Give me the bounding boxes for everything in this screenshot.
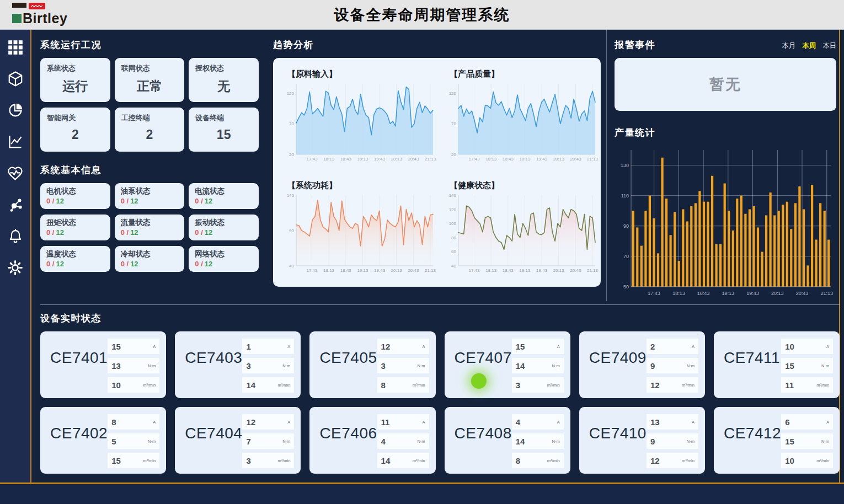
device-reading-unit: m³/min: [143, 458, 156, 463]
trend-line-icon[interactable]: [7, 133, 24, 151]
device-name: CE7411: [724, 349, 780, 393]
device-reading-value: 8: [111, 417, 116, 427]
device-readings: 12 A 3 N·m 8 m³/min: [377, 339, 429, 393]
device-card[interactable]: CE7401 15 A 13 N·m 10 m³/min: [40, 331, 166, 398]
pie-chart-icon[interactable]: [7, 101, 24, 119]
info-card-label: 油泵状态: [121, 186, 179, 196]
info-card-total-count: 12: [56, 197, 63, 205]
device-reading-row: 15 N·m: [781, 433, 833, 449]
logo-red-block: [29, 3, 45, 9]
device-reading-unit: N·m: [821, 363, 829, 368]
info-card: 油泵状态 0 /12: [115, 183, 185, 209]
device-reading-value: 8: [381, 380, 386, 390]
device-card[interactable]: CE7410 13 A 9 N·m 12 m³/min: [579, 407, 705, 474]
device-card[interactable]: CE7403 1 A 3 N·m 14 m³/min: [175, 331, 301, 398]
system-status-column: 系统运行工况 系统状态 运行 联网状态 正常 授权状态 无 智能网关 2 工控终…: [31, 30, 265, 301]
device-card[interactable]: CE7411 10 A 15 N·m 11 m³/min: [714, 331, 840, 398]
device-name: CE7409: [589, 349, 647, 393]
svg-text:140: 140: [287, 193, 295, 198]
device-reading-value: 10: [785, 342, 794, 351]
device-card[interactable]: CE7409 2 A 9 N·m 12 m³/min: [579, 331, 705, 398]
device-reading-row: 11 A: [377, 414, 429, 430]
info-card: 电流状态 0 /12: [189, 183, 259, 209]
svg-text:70: 70: [451, 121, 456, 126]
status-card-label: 授权状态: [195, 63, 252, 73]
device-reading-row: 3 m³/min: [512, 377, 564, 393]
device-reading-unit: N·m: [552, 363, 560, 368]
device-card[interactable]: CE7405 12 A 3 N·m 8 m³/min: [309, 331, 435, 398]
status-card-value: 15: [195, 127, 252, 142]
device-reading-row: 3 N·m: [242, 358, 294, 373]
device-reading-unit: A: [423, 420, 425, 425]
svg-text:18:43: 18:43: [340, 268, 352, 273]
device-readings: 2 A 9 N·m 12 m³/min: [647, 339, 698, 393]
device-reading-row: 13 N·m: [108, 358, 159, 373]
device-reading-value: 15: [111, 342, 121, 351]
info-card-total-count: 12: [130, 228, 138, 237]
device-reading-value: 11: [785, 380, 794, 390]
svg-text:18:43: 18:43: [697, 291, 710, 296]
tab-this-day[interactable]: 本日: [822, 41, 836, 51]
alarm-bell-icon[interactable]: [7, 227, 24, 245]
device-name: CE7406: [319, 425, 377, 468]
device-reading-row: 15 A: [108, 339, 159, 354]
device-reading-unit: m³/min: [413, 383, 425, 388]
svg-text:17:43: 17:43: [468, 268, 480, 273]
device-reading-row: 10 m³/min: [108, 377, 159, 393]
device-reading-value: 8: [516, 456, 520, 465]
device-reading-row: 12 m³/min: [647, 453, 698, 468]
device-reading-unit: m³/min: [682, 458, 695, 463]
settings-gear-icon[interactable]: [7, 259, 24, 276]
device-reading-value: 12: [650, 456, 660, 465]
device-card[interactable]: CE7406 11 A 4 N·m 14 m³/min: [309, 407, 435, 474]
device-card[interactable]: CE7412 6 A 15 N·m 10 m³/min: [714, 407, 840, 474]
status-card-label: 工控终端: [121, 113, 178, 123]
running-status-indicator: [471, 373, 487, 389]
svg-text:20:13: 20:13: [391, 157, 403, 162]
device-name: CE7408: [455, 425, 512, 468]
info-card-total-count: 12: [56, 260, 63, 268]
health-pulse-icon[interactable]: [7, 164, 24, 182]
device-reading-unit: N·m: [687, 363, 695, 368]
product-quality-line-chart: 17:4318:1318:4319:1319:4320:1320:4321:13…: [444, 81, 599, 163]
device-reading-unit: N·m: [417, 363, 425, 368]
device-reading-unit: m³/min: [816, 383, 829, 388]
tab-this-week[interactable]: 本周: [802, 41, 816, 51]
device-reading-value: 3: [381, 361, 386, 371]
info-card-total-count: 12: [205, 228, 212, 237]
device-reading-value: 2: [650, 342, 655, 351]
svg-text:17:43: 17:43: [648, 291, 660, 296]
device-reading-row: 8 m³/min: [377, 377, 429, 393]
device-reading-unit: N·m: [282, 363, 290, 368]
status-card-label: 智能网关: [47, 113, 104, 123]
svg-text:120: 120: [287, 91, 295, 96]
production-bar-chart-wrap: 17:4318:1318:4319:1319:4320:1320:4321:13…: [615, 143, 836, 300]
device-reading-row: 14 N·m: [512, 358, 564, 373]
device-reading-row: 8 m³/min: [512, 453, 564, 468]
device-reading-unit: N·m: [282, 439, 290, 444]
device-reading-value: 10: [785, 456, 794, 465]
device-card[interactable]: CE7404 12 A 7 N·m 3 m³/min: [175, 407, 301, 474]
cube-3d-icon[interactable]: [7, 70, 24, 88]
device-readings: 13 A 9 N·m 12 m³/min: [647, 414, 698, 468]
svg-text:21:13: 21:13: [425, 157, 436, 162]
device-reading-row: 3 N·m: [377, 358, 429, 373]
logo-text: Birtley: [23, 10, 67, 26]
device-reading-row: 14 m³/min: [377, 453, 429, 468]
device-readings: 15 A 14 N·m 3 m³/min: [512, 339, 564, 393]
svg-text:19:13: 19:13: [357, 268, 368, 273]
device-card[interactable]: CE7402 8 A 5 N·m 15 m³/min: [40, 407, 166, 474]
status-card-label: 设备终端: [195, 113, 252, 123]
device-reading-unit: m³/min: [816, 458, 829, 463]
status-card: 设备终端 15: [189, 108, 259, 152]
device-reading-unit: A: [287, 420, 290, 425]
grid-menu-icon[interactable]: [7, 39, 24, 56]
tab-this-month[interactable]: 本月: [782, 41, 795, 51]
system-run-card-grid: 系统状态 运行 联网状态 正常 授权状态 无 智能网关 2 工控终端 2 设备终…: [40, 58, 259, 152]
device-reading-unit: m³/min: [277, 458, 290, 463]
info-card-label: 振动状态: [195, 218, 253, 228]
device-card[interactable]: CE7408 4 A 14 N·m 8 m³/min: [445, 407, 570, 474]
topology-nodes-icon[interactable]: [7, 196, 24, 213]
device-card[interactable]: CE7407 15 A 14 N·m 3 m³/min: [445, 331, 570, 398]
status-card-value: 无: [195, 78, 252, 95]
